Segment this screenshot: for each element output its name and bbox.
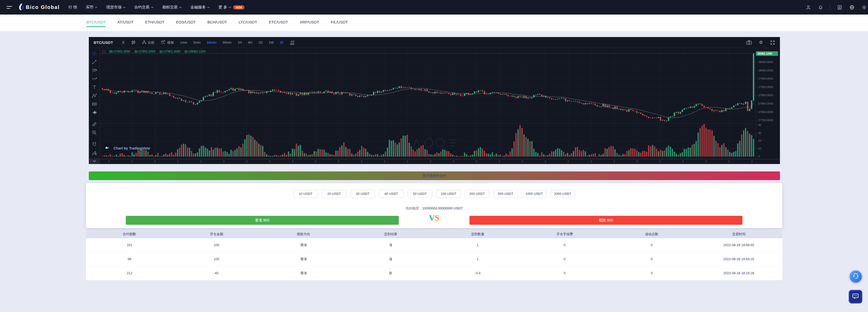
- forecast-tool-icon[interactable]: [92, 101, 97, 106]
- new-badge: NEW: [233, 5, 244, 9]
- globe-icon[interactable]: [849, 5, 855, 10]
- indicators-icon[interactable]: [289, 40, 295, 45]
- pitchfork-tool-icon[interactable]: [92, 68, 97, 73]
- ruler-tool-icon[interactable]: [92, 122, 97, 127]
- amount-button-500[interactable]: 500 USDT: [493, 190, 518, 198]
- flame-logo-icon: [18, 3, 24, 12]
- text-tool-icon[interactable]: [92, 85, 97, 90]
- compare-label: 比較: [148, 40, 155, 45]
- pair-tab-BCH-USDT[interactable]: BCH/USDT: [208, 20, 227, 27]
- pair-tab-BTC-USDT[interactable]: BTC/USDT: [87, 20, 105, 27]
- amount-buttons-row: 10 USDT20 USDT30 USDT40 USDT50 USDT100 U…: [86, 190, 782, 198]
- magnet-tool-icon[interactable]: [92, 142, 97, 147]
- fullscreen-icon[interactable]: [770, 40, 775, 45]
- interval-15min[interactable]: 15min: [207, 40, 216, 44]
- chart-toolbar-right: ⚙: [746, 40, 775, 45]
- chevron-down-icon: [151, 7, 154, 8]
- volume-tick-30: 30: [758, 131, 761, 134]
- volume-tick-40: 40: [758, 123, 761, 127]
- tradingview-attribution[interactable]: Chart by TradingView: [103, 144, 150, 153]
- amount-button-200[interactable]: 200 USDT: [465, 190, 489, 198]
- nav-item-1[interactable]: 买币: [86, 5, 97, 10]
- drawing-edit-lock-tool-icon[interactable]: [92, 150, 97, 155]
- bell-icon[interactable]: [818, 5, 823, 10]
- amount-button-2000[interactable]: 2000 USDT: [551, 190, 575, 198]
- zoom-in-tool-icon[interactable]: [92, 130, 97, 135]
- pair-tab-EOS-USDT[interactable]: EOS/USDT: [176, 20, 196, 27]
- chart-properties-gear-icon[interactable]: ⚙: [759, 40, 763, 45]
- amount-button-40[interactable]: 40 USDT: [379, 190, 404, 198]
- chevron-down-icon: [123, 7, 126, 8]
- pattern-tool-icon[interactable]: [92, 93, 97, 98]
- nav-item-4[interactable]: 期权交易: [162, 5, 182, 10]
- interval-4H[interactable]: 4H: [248, 40, 252, 44]
- pair-tab-FIL-USDT[interactable]: FIL/USDT: [331, 20, 348, 27]
- trendline-tool-icon[interactable]: [92, 59, 97, 65]
- interval-day-button[interactable]: 天: [122, 40, 125, 45]
- header-col-3: 交割结果: [347, 230, 434, 238]
- theme-icon[interactable]: [861, 5, 867, 10]
- amount-button-10[interactable]: 10 USDT: [293, 190, 318, 198]
- crosshair-tool-icon[interactable]: [92, 51, 97, 56]
- brush-tool-icon[interactable]: [92, 76, 97, 82]
- time-tick: 7: [407, 160, 408, 163]
- menu-hamburger-icon[interactable]: [7, 6, 12, 9]
- pair-tab-ETH-USDT[interactable]: ETH/USDT: [145, 20, 164, 27]
- cell-1: 40: [173, 266, 260, 280]
- toolbar-collapse-button[interactable]: [89, 158, 99, 164]
- amount-button-50[interactable]: 50 USDT: [408, 190, 432, 198]
- time-tick: 7: [522, 160, 523, 163]
- put-button[interactable]: 看跌 80S: [469, 216, 742, 225]
- time-tick: 7: [292, 160, 293, 163]
- interval-1D[interactable]: 1D: [258, 40, 262, 44]
- nav-item-label: 现货市场: [106, 5, 121, 10]
- trading-chart: BTC/USDT 天 比較 模板: [89, 37, 780, 164]
- pair-tab-XRP-USDT[interactable]: XRP/USDT: [300, 20, 319, 27]
- nav-item-0[interactable]: 行 情: [68, 5, 77, 10]
- candlestick-plot[interactable]: [100, 48, 756, 164]
- interval-1W[interactable]: 1W: [269, 40, 274, 44]
- series-marker-icon[interactable]: [102, 50, 105, 53]
- template-button[interactable]: 模板: [161, 40, 174, 45]
- candle-style-icon[interactable]: [131, 40, 136, 45]
- cell-6: 0: [608, 238, 695, 252]
- time-tick: 7: [177, 160, 179, 163]
- camera-icon[interactable]: [746, 40, 752, 45]
- nav-item-2[interactable]: 现货市场: [106, 5, 126, 10]
- call-button[interactable]: 看涨 80S: [126, 216, 399, 225]
- nav-item-5[interactable]: 金融服务: [190, 5, 210, 10]
- time-tick: 7: [246, 160, 247, 163]
- user-icon[interactable]: [805, 5, 811, 10]
- pair-tab-AT-USDT[interactable]: AT/USDT: [117, 20, 133, 27]
- interval-5min[interactable]: 5min: [193, 40, 200, 44]
- amount-button-30[interactable]: 30 USDT: [350, 190, 375, 198]
- cell-6: 0: [608, 252, 695, 266]
- manual-icon[interactable]: [837, 5, 842, 10]
- compare-button[interactable]: 比較: [142, 40, 155, 45]
- nav-item-label: 期权交易: [162, 5, 178, 10]
- interval-1H[interactable]: 1H: [238, 40, 242, 44]
- time-tick: 7: [728, 160, 730, 163]
- brand-logo[interactable]: Bico Global: [18, 3, 60, 12]
- pair-tabs: BTC/USDTAT/USDTETH/USDTEOS/USDTBCH/USDTL…: [87, 20, 348, 27]
- arrow-back-tool-icon[interactable]: [92, 110, 97, 115]
- amount-button-100[interactable]: 100 USDT: [436, 190, 461, 198]
- nav-item-3[interactable]: 合约交易: [134, 5, 154, 10]
- nav-item-6[interactable]: 更 多NEW: [218, 5, 244, 10]
- interval-30min[interactable]: 30min: [222, 40, 231, 44]
- amount-button-1000[interactable]: 1000 USDT: [522, 190, 547, 198]
- live-chat-button[interactable]: [848, 290, 862, 304]
- time-tick: 7: [269, 160, 271, 163]
- interval-1min[interactable]: 1min: [180, 40, 187, 44]
- cell-3: 涨: [347, 252, 434, 266]
- amount-button-20[interactable]: 20 USDT: [322, 190, 346, 198]
- vs-s: S: [435, 213, 439, 222]
- price-axis[interactable]: 28082.1200 28040.000028000.000027960.000…: [755, 48, 780, 164]
- chart-settings-blue-icon[interactable]: ⚙: [280, 40, 283, 45]
- cell-4: -0.4: [434, 266, 521, 280]
- time-tick: 7: [384, 160, 385, 163]
- pair-tab-LTC-USDT[interactable]: LTC/USDT: [239, 20, 257, 27]
- customer-service-button[interactable]: [849, 271, 862, 283]
- option-status-banner[interactable]: 暂无期权秒合约: [89, 171, 780, 180]
- pair-tab-ETC-USDT[interactable]: ETC/USDT: [269, 20, 288, 27]
